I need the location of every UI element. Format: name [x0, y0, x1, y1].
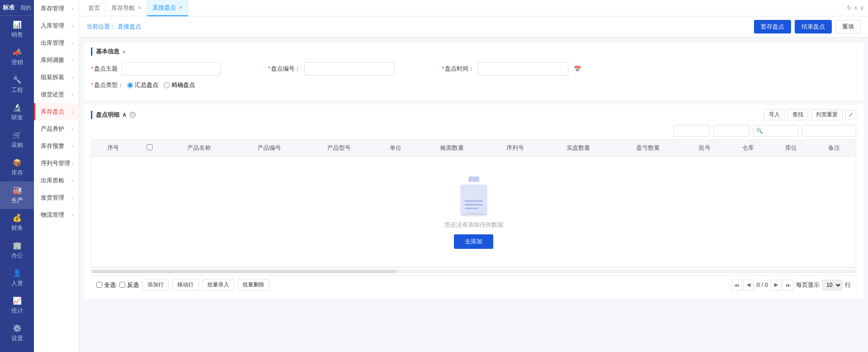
sidebar-item-settings[interactable]: ⚙️设置 — [0, 319, 34, 347]
sidebar-item-marketing[interactable]: 📣营销 — [0, 43, 34, 71]
radio-summary[interactable]: 汇总盘点 — [127, 81, 158, 89]
sidebar-item-warehouse[interactable]: 📦库存 — [0, 154, 34, 181]
theme-input[interactable] — [121, 62, 221, 76]
detail-title-text: 盘点明细 — [96, 111, 119, 119]
sidebar-item-sales[interactable]: 📊销售 — [0, 16, 34, 43]
th-unit: 单位 — [374, 140, 417, 157]
line2 — [465, 204, 483, 205]
tab-home[interactable]: 首页 — [83, 0, 106, 16]
sidebar-item-finance[interactable]: 💰财务 — [0, 209, 34, 237]
menu-label-inbound: 入库管理 — [41, 22, 64, 30]
menu-item-warehouse-manage[interactable]: 库存管理› — [34, 0, 79, 17]
current-page: 0 — [757, 281, 760, 288]
basic-info-title-text: 基本信息 — [96, 48, 119, 56]
import-button[interactable]: 导入 — [764, 109, 785, 120]
menu-label-transfer: 库间调拨 — [41, 56, 64, 64]
per-page-select[interactable]: 10 20 50 — [822, 280, 842, 290]
search-filter-input[interactable] — [753, 125, 798, 137]
menu-label-inventory: 库存盘点 — [41, 108, 64, 116]
check-all-checkbox[interactable] — [96, 282, 102, 288]
menu-item-inventory[interactable]: 库存盘点› — [34, 103, 79, 120]
menu-item-product-maintain[interactable]: 产品养护› — [34, 120, 79, 138]
breadcrumb: 当前位置： 直接盘点 — [86, 23, 141, 31]
add-data-button[interactable]: 去添加 — [454, 234, 493, 249]
filter-input-4[interactable] — [802, 125, 856, 137]
find-button[interactable]: 查找 — [787, 109, 808, 120]
menu-item-borrow[interactable]: 借货还货› — [34, 86, 79, 103]
finish-inventory-button[interactable]: 结束盘点 — [795, 20, 832, 33]
shadow — [460, 213, 487, 217]
batch-input-button[interactable]: 批量录入 — [202, 279, 234, 290]
detail-toggle[interactable]: ∧ — [122, 111, 127, 118]
menu-item-serial-manage[interactable]: 序列号管理› — [34, 155, 79, 172]
action-buttons: 暂存盘点 结束盘点 重填 — [754, 20, 861, 33]
tab-close-warehouse-nav[interactable]: ✕ — [138, 5, 141, 10]
menu-item-outbound-quality[interactable]: 出库质检› — [34, 172, 79, 189]
reset-button[interactable]: 重填 — [835, 20, 861, 33]
sales-icon: 📊 — [13, 20, 22, 29]
code-label: 盘点编号： — [268, 65, 300, 73]
menu-item-stock-alert[interactable]: 库存预警› — [34, 138, 79, 155]
sidebar-item-purchase[interactable]: 🛒采购 — [0, 126, 34, 154]
form-item-type: 盘点类型： 汇总盘点 精确盘点 — [91, 81, 195, 89]
filter-input-2[interactable] — [713, 125, 749, 137]
first-page-button[interactable]: ⏮ — [731, 280, 742, 290]
menu-item-outbound[interactable]: 出库管理› — [34, 34, 79, 52]
last-page-button[interactable]: ⏭ — [782, 280, 793, 290]
radio-summary-input[interactable] — [127, 82, 133, 88]
row-label: 行 — [845, 281, 851, 289]
sidebar-item-engineering[interactable]: 🔧工程 — [0, 71, 34, 99]
horizontal-scrollbar[interactable] — [91, 270, 856, 273]
menu-item-inbound[interactable]: 入库管理› — [34, 17, 79, 34]
radio-precise-input[interactable] — [164, 82, 170, 88]
sidebar-item-recycle[interactable]: 🗑️回收站 — [0, 347, 34, 352]
code-input[interactable]: PD_20241210001 — [304, 62, 395, 76]
calendar-icon[interactable]: 📅 — [574, 66, 581, 72]
menu-item-logistics[interactable]: 物流管理› — [34, 206, 79, 224]
sidebar-item-hr[interactable]: 👤人资 — [0, 264, 34, 292]
tab-close-direct-inventory[interactable]: ✕ — [179, 5, 182, 10]
save-inventory-button[interactable]: 暂存盘点 — [754, 20, 791, 33]
add-row-button[interactable]: 添加行 — [143, 279, 169, 290]
move-row-button[interactable]: 移动行 — [172, 279, 199, 290]
scrollbar-thumb[interactable] — [91, 270, 397, 273]
th-checkbox — [134, 140, 164, 157]
settings-icon: ⚙️ — [13, 324, 22, 333]
tab-warehouse-nav[interactable]: 库存导航✕ — [106, 0, 147, 16]
check-all-checkbox-label[interactable]: 全选 — [96, 281, 116, 289]
expand-button[interactable]: ⤢ — [845, 110, 856, 120]
menu-item-transfer[interactable]: 库间调拨› — [34, 52, 79, 69]
next-page-button[interactable]: ▶ — [771, 280, 782, 290]
invert-select-checkbox[interactable] — [119, 282, 125, 288]
menu-arrow-product-maintain: › — [72, 127, 73, 132]
detail-info-icon[interactable]: ⓘ — [129, 112, 136, 118]
prev-page-button[interactable]: ◀ — [743, 280, 754, 290]
basic-info-toggle[interactable]: ∧ — [122, 49, 126, 55]
menu-item-assembly[interactable]: 组装拆装› — [34, 69, 79, 86]
time-input[interactable]: 2024-12-10 19:10:04 — [478, 62, 568, 76]
menu-arrow-inbound: › — [72, 24, 73, 29]
chevron-down-icon[interactable]: ∨ — [860, 5, 864, 11]
sidebar-item-stats[interactable]: 📈统计 — [0, 292, 34, 319]
sidebar-item-production[interactable]: 🏭生产 — [0, 181, 34, 209]
chevron-up-icon[interactable]: ∧ — [854, 5, 858, 11]
menu-item-delivery-manage[interactable]: 发货管理› — [34, 189, 79, 206]
header-checkbox[interactable] — [147, 144, 153, 150]
refresh-icon[interactable]: ↻ — [847, 5, 852, 11]
column-reset-button[interactable]: 列宽重置 — [811, 109, 843, 120]
warehouse-icon: 📦 — [13, 158, 22, 167]
detail-title: 盘点明细 ∧ ⓘ — [91, 111, 136, 119]
sidebar-item-rd[interactable]: 🔬研发 — [0, 99, 34, 126]
radio-precise[interactable]: 精确盘点 — [164, 81, 195, 89]
radio-summary-label: 汇总盘点 — [135, 81, 158, 89]
sidebar-mine-button[interactable]: 我的 — [20, 4, 31, 12]
tab-label-home: 首页 — [88, 4, 100, 12]
invert-select-label[interactable]: 反选 — [119, 281, 139, 289]
sidebar-label-purchase: 采购 — [11, 141, 23, 149]
sidebar-item-office[interactable]: 🏢办公 — [0, 237, 34, 264]
tab-direct-inventory[interactable]: 直接盘点✕ — [147, 0, 188, 16]
table-wrapper: 序号产品名称产品编号产品型号单位账面数量序列号实盘数量盈亏数量批号仓库库位备注 — [91, 139, 856, 268]
batch-delete-button[interactable]: 批量删除 — [238, 279, 269, 290]
filter-input-1[interactable] — [673, 125, 710, 137]
menu-label-warehouse-manage: 库存管理 — [41, 5, 64, 13]
